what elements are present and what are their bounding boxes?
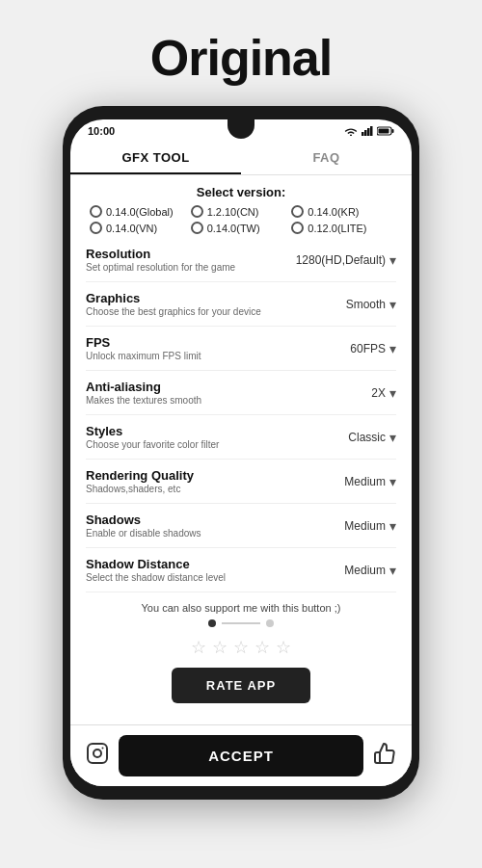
rate-app-button[interactable]: RATE APP [172,668,310,703]
radio-circle-1 [191,205,203,218]
setting-shadow-distance-label: Shadow Distance Select the shadow distan… [86,557,344,583]
svg-point-8 [94,750,101,757]
setting-antialiasing-name: Anti-aliasing [86,380,371,394]
setting-styles-value: Classic ▾ [348,430,396,445]
tab-faq[interactable]: FAQ [241,141,412,174]
dot-inactive [266,619,274,627]
svg-rect-2 [367,128,370,136]
select-version-title: Select version: [86,185,396,199]
setting-resolution-value: 1280(HD,Default) ▾ [296,252,396,268]
setting-shadow-distance[interactable]: Shadow Distance Select the shadow distan… [86,548,396,592]
select-version-section: Select version: 0.14.0(Global) 1.2.10(CN… [86,175,396,238]
chevron-down-icon-2: ▾ [389,297,396,312]
chevron-down-icon-5: ▾ [389,430,396,445]
support-text: You can also support me with this button… [86,592,396,619]
chevron-down-icon: ▾ [389,252,396,268]
setting-rendering-value: Medium ▾ [344,474,396,489]
bottom-bar: ACCEPT [70,724,412,786]
setting-shadows-label: Shadows Enable or disable shadows [86,513,344,539]
tab-bar: GFX TOOL FAQ [70,141,412,175]
setting-styles-label: Styles Choose your favorite color filter [86,424,348,450]
page-title: Original [150,29,332,87]
radio-circle-5 [291,222,304,234]
setting-resolution[interactable]: Resolution Set optimal resolution for th… [86,238,396,282]
setting-antialiasing-desc: Makes the textures smooth [86,395,371,406]
battery-icon [377,126,394,136]
instagram-icon[interactable] [86,742,109,771]
svg-rect-7 [88,744,107,763]
setting-rendering-name: Rendering Quality [86,468,344,483]
signal-icon [362,126,373,136]
version-option-4[interactable]: 0.14.0(TW) [191,222,260,234]
settings-list: Resolution Set optimal resolution for th… [86,238,396,592]
star-2[interactable]: ☆ [212,637,228,658]
setting-shadows-desc: Enable or disable shadows [86,528,344,539]
setting-rendering-label: Rendering Quality Shadows,shaders, etc [86,468,344,494]
phone-screen: 10:00 GFX TOOL FAQ Select version: [70,119,412,786]
chevron-down-icon-4: ▾ [389,385,396,401]
setting-graphics-label: Graphics Choose the best graphics for yo… [86,291,346,317]
star-4[interactable]: ☆ [254,637,270,658]
dot-active [208,619,216,627]
content-area: Select version: 0.14.0(Global) 1.2.10(CN… [70,175,412,757]
setting-graphics-desc: Choose the best graphics for your device [86,306,346,317]
setting-styles[interactable]: Styles Choose your favorite color filter… [86,415,396,460]
chevron-down-icon-7: ▾ [389,518,396,534]
setting-fps-value: 60FPS ▾ [350,341,396,356]
svg-point-9 [102,747,104,749]
setting-styles-desc: Choose your favorite color filter [86,439,348,450]
phone-wrapper: 10:00 GFX TOOL FAQ Select version: [63,106,419,800]
setting-rendering[interactable]: Rendering Quality Shadows,shaders, etc M… [86,460,396,504]
stars-rating[interactable]: ☆ ☆ ☆ ☆ ☆ [86,637,396,658]
chevron-down-icon-8: ▾ [389,563,396,578]
chevron-down-icon-3: ▾ [389,341,396,356]
time: 10:00 [88,125,115,137]
svg-rect-0 [362,132,364,136]
setting-resolution-name: Resolution [86,247,296,261]
tab-gfx-tool[interactable]: GFX TOOL [70,141,241,174]
svg-rect-3 [370,126,373,136]
star-1[interactable]: ☆ [191,637,206,658]
setting-shadows[interactable]: Shadows Enable or disable shadows Medium… [86,504,396,548]
setting-graphics-name: Graphics [86,291,346,305]
version-option-2[interactable]: 0.14.0(KR) [291,205,359,218]
setting-fps-desc: Unlock maximum FPS limit [86,351,350,361]
setting-resolution-label: Resolution Set optimal resolution for th… [86,247,296,273]
svg-rect-1 [364,130,367,136]
status-icons [344,126,394,136]
star-5[interactable]: ☆ [276,637,291,658]
setting-fps[interactable]: FPS Unlock maximum FPS limit 60FPS ▾ [86,327,396,371]
version-option-3[interactable]: 0.14.0(VN) [90,222,157,234]
wifi-icon [344,126,358,136]
chevron-down-icon-6: ▾ [389,474,396,489]
setting-graphics[interactable]: Graphics Choose the best graphics for yo… [86,282,396,327]
star-3[interactable]: ☆ [233,637,249,658]
setting-antialiasing-value: 2X ▾ [371,385,396,401]
version-option-1[interactable]: 1.2.10(CN) [191,205,259,218]
setting-fps-label: FPS Unlock maximum FPS limit [86,335,350,361]
dot-line-1 [222,622,260,624]
svg-rect-5 [392,129,394,133]
setting-shadow-distance-name: Shadow Distance [86,557,344,571]
setting-rendering-desc: Shadows,shaders, etc [86,484,344,494]
setting-antialiasing[interactable]: Anti-aliasing Makes the textures smooth … [86,371,396,415]
setting-resolution-desc: Set optimal resolution for the game [86,262,296,273]
radio-grid: 0.14.0(Global) 1.2.10(CN) 0.14.0(KR) 0.1… [86,205,396,234]
radio-circle-3 [90,222,102,234]
thumbs-up-icon[interactable] [373,742,396,771]
setting-antialiasing-label: Anti-aliasing Makes the textures smooth [86,380,371,406]
version-option-5[interactable]: 0.12.0(LITE) [291,222,366,234]
setting-shadow-distance-desc: Select the shadow distance level [86,572,344,583]
version-option-0[interactable]: 0.14.0(Global) [90,205,174,218]
radio-circle-2 [291,205,304,218]
setting-styles-name: Styles [86,424,348,438]
setting-shadows-name: Shadows [86,513,344,527]
accept-button[interactable]: ACCEPT [119,735,363,776]
setting-graphics-value: Smooth ▾ [346,297,396,312]
radio-circle-0 [90,205,102,218]
radio-circle-4 [191,222,203,234]
svg-rect-6 [379,129,389,134]
setting-fps-name: FPS [86,335,350,350]
setting-shadows-value: Medium ▾ [344,518,396,534]
setting-shadow-distance-value: Medium ▾ [344,563,396,578]
